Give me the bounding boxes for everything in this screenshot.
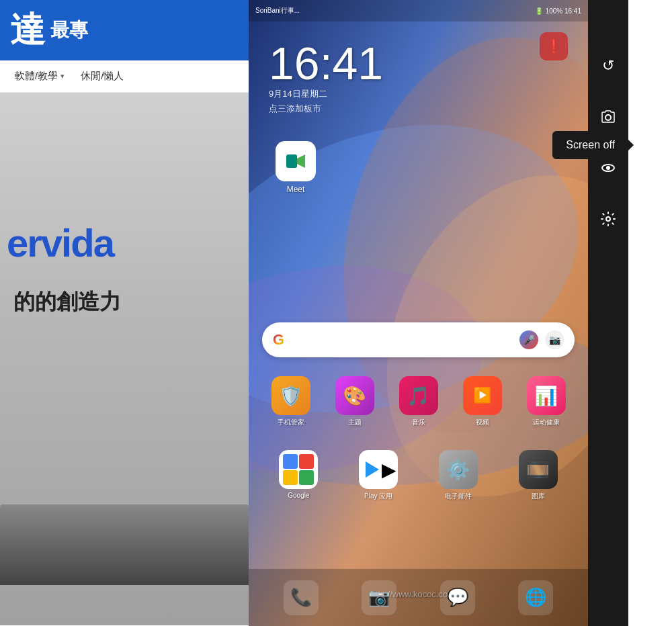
- app-gallery-label: 图库: [532, 492, 545, 501]
- phone-screen: SoriBani行事... 🔋 100% 16:41 16:41 9月14日星期…: [249, 0, 588, 626]
- left-image-area: ervida 的的創造力 // Laservida: [0, 93, 249, 625]
- video-icon-box: ▶️: [463, 376, 502, 415]
- gear-icon: [600, 211, 616, 227]
- dock-camera[interactable]: 📷: [362, 580, 396, 615]
- nav-item-leisure[interactable]: 休閒/懶人: [73, 70, 132, 83]
- theme-icon-box: 🎨: [335, 376, 374, 415]
- sidebar-icons-panel: ↺: [588, 0, 628, 626]
- city-display: 点三添加板市: [269, 103, 383, 115]
- google-dot-red: [299, 454, 314, 469]
- nav-label-leisure: 休閒/懶人: [81, 70, 124, 83]
- svg-point-12: [606, 166, 610, 170]
- microphone-icon[interactable]: 🎤: [519, 330, 538, 349]
- slogan-main: 的創造力: [35, 289, 121, 314]
- status-time: 100% 16:41: [546, 7, 581, 15]
- google-search-bar[interactable]: G 🎤 📷: [262, 322, 575, 357]
- status-right: 🔋 100% 16:41: [535, 7, 581, 15]
- lock-time: 16:41 9月14日星期二 点三添加板市: [269, 40, 383, 115]
- svg-rect-7: [286, 154, 297, 168]
- app-health-label: 运动健康: [533, 418, 560, 427]
- alert-bubble: ❗: [540, 32, 568, 60]
- brand-text-ervida: ervida: [7, 220, 114, 265]
- dock-messages[interactable]: 💬: [440, 580, 475, 615]
- google-dot-yellow: [283, 470, 298, 485]
- svg-marker-9: [366, 461, 379, 478]
- slogan-prefix: 的: [13, 289, 35, 314]
- app-music[interactable]: 🎵 音乐: [392, 376, 446, 427]
- phone-content: SoriBani行事... 🔋 100% 16:41 16:41 9月14日星期…: [249, 0, 588, 626]
- app-play-label: Play 应用: [364, 492, 392, 501]
- chevron-down-icon: ▾: [60, 72, 65, 81]
- app-row-1: 🛡️ 手机管家 🎨 主题 🎵 音乐 ▶️ 视频 📊 运动健康: [259, 376, 578, 427]
- status-bar: SoriBani行事... 🔋 100% 16:41: [249, 0, 588, 21]
- security-icon-box: 🛡️: [271, 376, 310, 415]
- google-dot-blue: [283, 454, 298, 469]
- app-google[interactable]: Google: [271, 450, 325, 501]
- google-g-logo: G: [273, 331, 284, 349]
- health-icon-box: 📊: [527, 376, 566, 415]
- status-carrier: SoriBani行事...: [255, 6, 300, 15]
- keyboard-image: [0, 504, 249, 585]
- screen-off-button[interactable]: [596, 156, 620, 180]
- email-icon-box: ⚙️: [439, 450, 478, 489]
- meet-label: Meet: [287, 185, 305, 194]
- google-dot-green: [299, 470, 314, 485]
- app-email[interactable]: ⚙️ 电子邮件: [431, 450, 485, 501]
- logo-sub: 最專: [50, 17, 88, 43]
- battery-icon: 🔋: [535, 7, 543, 15]
- camera-button[interactable]: [596, 105, 620, 129]
- alert-icon: ❗: [546, 38, 562, 54]
- chinese-slogan: 的的創造力: [13, 287, 121, 317]
- app-row-2: Google ▶ Play 应用 ⚙️ 电子邮件: [259, 450, 578, 501]
- google-group-icon: [279, 450, 318, 489]
- app-theme-label: 主题: [348, 418, 362, 427]
- app-theme[interactable]: 🎨 主题: [328, 376, 382, 427]
- music-icon-box: 🎵: [399, 376, 438, 415]
- app-video-label: 视频: [476, 418, 489, 427]
- nav-item-software[interactable]: 軟體/教學 ▾: [7, 70, 73, 83]
- app-security-label: 手机管家: [278, 418, 304, 427]
- app-music-label: 音乐: [412, 418, 425, 427]
- google-lens-icon[interactable]: 📷: [545, 330, 564, 349]
- camera-icon: [600, 109, 616, 125]
- app-security[interactable]: 🛡️ 手机管家: [264, 376, 318, 427]
- app-gallery[interactable]: 🎞️ 图库: [511, 450, 565, 501]
- app-health[interactable]: 📊 运动健康: [519, 376, 573, 427]
- dock-browser[interactable]: 🌐: [518, 580, 553, 615]
- nav-bar: 軟體/教學 ▾ 休閒/懶人: [0, 60, 249, 93]
- logo-char: 達: [10, 13, 45, 48]
- screen-off-label: Screen off: [566, 139, 615, 150]
- gallery-icon-box: 🎞️: [519, 450, 558, 489]
- right-panel: SoriBani行事... 🔋 100% 16:41 16:41 9月14日星期…: [249, 0, 672, 626]
- nav-label-software: 軟體/教學: [15, 70, 58, 83]
- play-icon-box: ▶: [359, 450, 398, 489]
- settings-button[interactable]: [596, 207, 620, 231]
- time-display: 16:41: [269, 40, 383, 86]
- date-display: 9月14日星期二: [269, 88, 383, 100]
- logo-banner: 達 最專: [0, 0, 249, 60]
- app-video[interactable]: ▶️ 视频: [456, 376, 509, 427]
- app-email-label: 电子邮件: [445, 492, 472, 501]
- meet-app-icon[interactable]: Meet: [276, 141, 316, 194]
- svg-point-10: [605, 115, 611, 120]
- bottom-dock: 📞 📷 💬 🌐: [249, 569, 588, 626]
- rotate-screen-icon[interactable]: ↺: [596, 54, 620, 78]
- meet-icon-box: [276, 141, 316, 181]
- app-google-label: Google: [288, 492, 309, 499]
- svg-point-13: [606, 217, 610, 221]
- app-play[interactable]: ▶ Play 应用: [351, 450, 405, 501]
- rotate-icon: ↺: [602, 57, 614, 75]
- dock-phone[interactable]: 📞: [284, 580, 319, 615]
- screen-off-tooltip: Screen off: [552, 131, 628, 159]
- eye-icon: [600, 160, 616, 176]
- left-panel: 達 最專 軟體/教學 ▾ 休閒/懶人 ervida 的的創造力 // Laser…: [0, 0, 249, 626]
